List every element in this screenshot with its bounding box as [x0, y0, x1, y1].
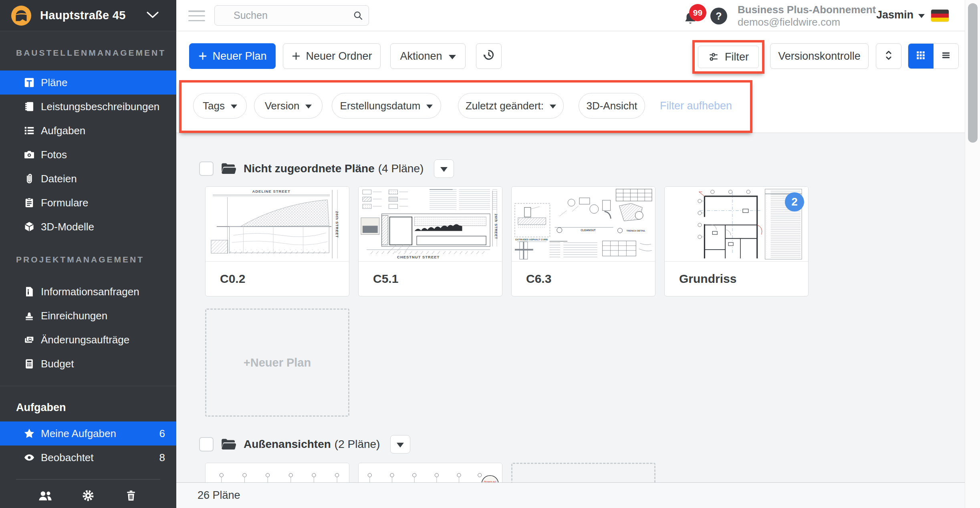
plan-title: Grundriss [665, 262, 808, 296]
sidebar-item-leistungsbeschreibungen[interactable]: Leistungsbeschreibungen [0, 95, 176, 119]
svg-text:EXTRUDED ASPHALT CURB: EXTRUDED ASPHALT CURB [515, 238, 548, 241]
sidebar-item-label: Informationsanfragen [41, 286, 139, 298]
sidebar-item-meine-aufgaben[interactable]: Meine Aufgaben 6 [0, 421, 176, 446]
clipboard-icon [22, 196, 36, 209]
german-flag-icon[interactable] [931, 10, 949, 22]
new-plan-button[interactable]: Neuer Plan [189, 43, 276, 69]
chevron-down-icon [231, 105, 237, 109]
eye-icon [22, 451, 36, 464]
camera-icon [22, 148, 36, 161]
folder-checkbox[interactable] [199, 161, 214, 176]
plan-thumbnail: EXTRUDED ASPHALT CURB CLEANOUT [512, 187, 655, 262]
specifications-icon [22, 100, 36, 113]
chevron-down-icon [305, 105, 312, 109]
svg-text:ADELINE STREET: ADELINE STREET [252, 189, 290, 194]
filter-chip-zuletzt-geaendert[interactable]: Zuletzt geändert: [458, 93, 564, 119]
plans-icon [22, 76, 36, 89]
plan-card-partial[interactable]: Hinweis auf [358, 463, 502, 482]
scrollbar-thumb[interactable] [968, 3, 978, 143]
section-baustellenmanagement: BAUSTELLENMANAGEMENT [16, 48, 168, 58]
folder-checkbox[interactable] [199, 437, 214, 452]
sidebar-item-label: Formulare [41, 197, 88, 209]
folder-title[interactable]: Außenansichten(2 Pläne) [244, 438, 380, 451]
sidebar-item-label: Änderungsaufträge [41, 334, 129, 346]
annotation-filter-highlight: Filter [692, 40, 764, 74]
sidebar-item-fotos[interactable]: Fotos [0, 143, 176, 167]
folder-plan-count: (2 Pläne) [335, 438, 380, 450]
topbar: 99 ? Business Plus-Abonnement demos@fiel… [176, 0, 965, 31]
view-toggle [908, 43, 959, 69]
notification-badge: 99 [689, 4, 706, 21]
user-menu[interactable]: Jasmin [876, 9, 925, 21]
sidebar-item-aufgaben[interactable]: Aufgaben [0, 119, 176, 143]
tasks-section-header: Aufgaben [16, 401, 66, 414]
account-email: demos@fieldwire.com [738, 16, 876, 28]
list-view-button[interactable] [934, 44, 959, 69]
sidebar-item-informationsanfragen[interactable]: Informationsanfragen [0, 280, 176, 304]
plan-card-c51[interactable]: CHESTNUT STREET 26th STREET C5.1 [358, 186, 502, 296]
plan-card-c63[interactable]: EXTRUDED ASPHALT CURB CLEANOUT [511, 186, 655, 296]
search-icon [353, 10, 364, 21]
sidebar-item-beobachtet[interactable]: Beobachtet 8 [0, 446, 176, 470]
filter-sliders-icon [708, 51, 719, 62]
new-plan-placeholder-card[interactable] [511, 463, 655, 482]
total-plans-count: 26 Pläne [198, 489, 240, 502]
tasks-list-icon [22, 124, 36, 137]
help-icon[interactable]: ? [710, 8, 727, 24]
history-button[interactable] [476, 43, 502, 69]
folder-dropdown-button[interactable] [390, 435, 410, 454]
menu-icon[interactable] [188, 10, 205, 21]
plan-card-grundriss[interactable]: 2 Grundriss [664, 186, 809, 296]
folder-title[interactable]: Nicht zugeordnete Pläne(4 Pläne) [244, 162, 423, 175]
plan-thumbnail [206, 463, 349, 482]
actions-button[interactable]: Aktionen [390, 43, 466, 69]
plus-icon [198, 51, 208, 61]
list-view-icon [940, 50, 952, 62]
filter-chip-tags[interactable]: Tags [193, 93, 247, 119]
sidebar-item-label: Fotos [41, 149, 67, 161]
search-box [214, 5, 369, 26]
sidebar: Hauptstraße 45 BAUSTELLENMANAGEMENT Plän… [0, 0, 176, 508]
clear-filters-link[interactable]: Filter aufheben [660, 93, 732, 119]
search-input[interactable] [215, 6, 369, 25]
sidebar-item-label: Beobachtet [41, 452, 94, 464]
filter-button[interactable]: Filter [698, 46, 759, 68]
project-switcher[interactable]: Hauptstraße 45 [0, 0, 176, 31]
notifications-button[interactable]: 99 [682, 6, 706, 28]
sidebar-item-3d-modelle[interactable]: 3D-Modelle [0, 215, 176, 239]
stamp-icon [22, 309, 36, 322]
grid-view-button[interactable] [908, 44, 934, 69]
plan-title: C0.2 [206, 262, 349, 296]
sidebar-item-label: Dateien [41, 173, 77, 185]
plan-card-partial[interactable] [205, 463, 349, 482]
filter-chip-version[interactable]: Version [254, 93, 323, 119]
trash-icon[interactable] [122, 488, 140, 504]
version-control-button[interactable]: Versionskontrolle [770, 43, 869, 69]
section-projektmanagement: PROJEKTMANAGEMENT [16, 255, 168, 264]
sidebar-item-einreichungen[interactable]: Einreichungen [0, 304, 176, 328]
sort-button[interactable] [876, 43, 901, 69]
plans-footer: 26 Pläne [176, 482, 965, 508]
sidebar-item-budget[interactable]: Budget [0, 352, 176, 376]
sidebar-item-formulare[interactable]: Formulare [0, 191, 176, 215]
plan-version-badge: 2 [785, 192, 804, 212]
filter-chip-erstellungsdatum[interactable]: Erstellungsdatum [332, 93, 441, 119]
calculator-icon [22, 357, 36, 370]
new-folder-button[interactable]: Neuer Ordner [283, 43, 381, 69]
new-plan-placeholder-card[interactable]: +Neuer Plan [205, 308, 349, 417]
sidebar-item-plaene[interactable]: Pläne [0, 71, 176, 95]
plan-card-c02[interactable]: ADELINE STREET 26th STREET [205, 186, 349, 296]
sidebar-item-dateien[interactable]: Dateien [0, 167, 176, 191]
sidebar-divider [16, 479, 160, 480]
sidebar-item-label: 3D-Modelle [41, 221, 94, 233]
svg-text:26th STREET: 26th STREET [494, 214, 498, 240]
annotation-filter-bar-highlight: Tags Version Erstellungsdatum Zuletzt ge… [179, 80, 752, 133]
sidebar-item-aenderungsauftraege[interactable]: Änderungsaufträge [0, 328, 176, 352]
filter-chip-3d-ansicht[interactable]: 3D-Ansicht [579, 93, 645, 119]
people-icon[interactable] [36, 488, 54, 504]
gear-icon[interactable] [79, 488, 97, 504]
folder-dropdown-button[interactable] [434, 159, 454, 178]
star-icon [22, 427, 36, 440]
sidebar-item-label: Leistungsbeschreibungen [41, 101, 159, 113]
grid-view-icon [915, 50, 926, 62]
